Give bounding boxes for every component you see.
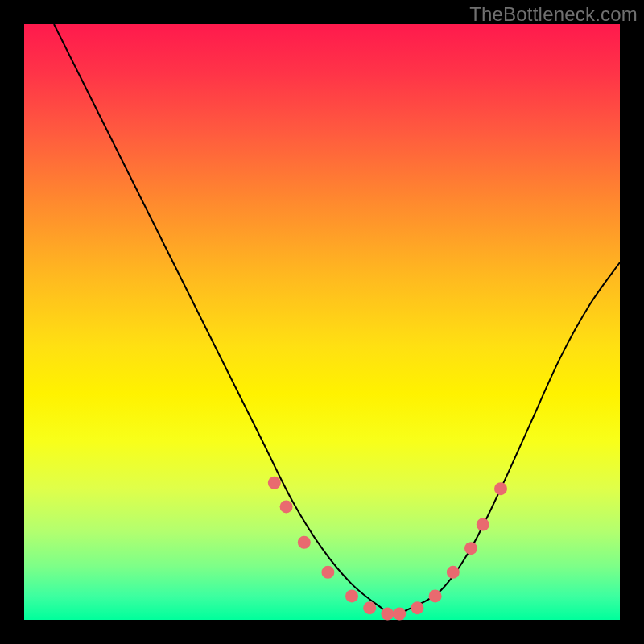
highlight-dot bbox=[464, 542, 477, 555]
watermark-text: TheBottleneck.com bbox=[469, 3, 638, 26]
highlight-dots-group bbox=[268, 477, 507, 621]
highlight-dot bbox=[298, 536, 311, 549]
highlight-dot bbox=[429, 589, 442, 602]
highlight-dot bbox=[381, 608, 394, 621]
highlight-dot bbox=[477, 518, 489, 531]
highlight-dot bbox=[393, 608, 406, 621]
highlight-dot bbox=[280, 500, 293, 513]
highlight-dot bbox=[363, 601, 376, 614]
bottleneck-curve-path bbox=[54, 24, 620, 614]
highlight-dot bbox=[321, 566, 334, 579]
highlight-dot bbox=[411, 601, 423, 614]
plot-area bbox=[24, 24, 620, 620]
highlight-dot bbox=[494, 482, 507, 495]
highlight-dot bbox=[345, 589, 358, 602]
chart-svg bbox=[24, 24, 620, 620]
highlight-dot bbox=[268, 477, 281, 489]
highlight-dot bbox=[447, 566, 460, 579]
chart-frame: TheBottleneck.com bbox=[0, 0, 644, 644]
